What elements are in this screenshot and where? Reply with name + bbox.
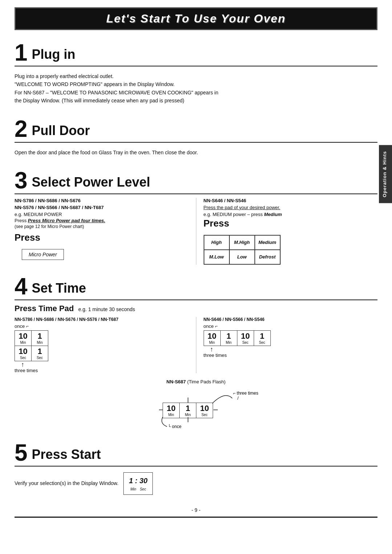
section-4-title-row: 4 Set Time [15, 275, 377, 300]
set-time-right-three-times: three times [204, 353, 378, 358]
press-time-pad-eg: e.g. 1 minute 30 seconds [78, 306, 135, 312]
section-3-left: NN-S786 / NN-S686 / NN-S676 NN-S576 / NN… [15, 198, 196, 265]
section-1-line-3: For NN-S687 – "WELCOME TO PANASONIC MICR… [15, 89, 377, 97]
power-button-grid: High M.High Medium M.Low Low Defrost [204, 235, 281, 265]
section-2: 2 Pull Door Open the door and place the … [15, 117, 377, 159]
set-time-content: NN-S786 / NN-S686 / NN-S676 / NN-S576 / … [15, 317, 377, 373]
power-btn-low[interactable]: Low [229, 250, 255, 264]
section-5-verify: Verify your selection(s) in the Display … [15, 480, 118, 486]
section-3-number: 3 [15, 169, 28, 192]
section-2-line: Open the door and place the food on Glas… [15, 148, 377, 156]
section-3-instruction-underline: Press the pad of your desired power. [204, 205, 281, 210]
nn687-label: NN-S687 (Time Pads Flash) [15, 379, 377, 384]
side-tab: Operation & Hints [379, 145, 392, 203]
power-btn-defrost[interactable]: Defrost [255, 250, 280, 264]
svg-text:└ once: └ once [168, 424, 181, 429]
set-time-right-pads: 10Min 1Min 10Sec 1Sec [204, 330, 271, 346]
section-3-left-eg: e.g. MEDIUM POWER [15, 212, 189, 217]
time-pad-10sec[interactable]: 10Sec [15, 346, 32, 361]
time-pad-10min[interactable]: 10Min [15, 330, 32, 346]
time-pad-1min[interactable]: 1Min [32, 330, 48, 346]
section-3-left-models2: NN-S576 / NN-S566 / NN-S687 / NN-T687 [15, 205, 189, 210]
section-4-title: Set Time [32, 281, 86, 296]
set-time-right: NN-S646 / NN-S566 / NN-S546 once ⌐ 10Min… [196, 317, 378, 373]
section-4: 4 Set Time Press Time Pad e.g. 1 minute … [15, 275, 377, 431]
nn687-model-bold: NN-S687 [167, 379, 186, 384]
section-5-title: Press Start [32, 447, 101, 462]
section-4-number: 4 [15, 275, 28, 298]
section-5-number: 5 [15, 441, 28, 464]
display-unit-row: Min Sec [129, 486, 147, 492]
display-min-label: Min [130, 486, 136, 492]
section-3-content: NN-S786 / NN-S686 / NN-S676 NN-S576 / NN… [15, 198, 377, 265]
section-5: 5 Press Start Verify your selection(s) i… [15, 441, 377, 497]
section-3-left-press-label: Press [15, 232, 189, 243]
nn687-diagram: ⌐ three times / └ once 10Min [138, 387, 254, 431]
time-pad-r-1min[interactable]: 1Min [220, 330, 237, 346]
section-3-left-press: Press Press Micro Power pad four times. [15, 218, 189, 223]
section-2-number: 2 [15, 117, 28, 140]
power-btn-medium[interactable]: Medium [255, 235, 280, 250]
set-time-left: NN-S786 / NN-S686 / NN-S676 / NN-S576 / … [15, 317, 196, 373]
power-btn-mhigh[interactable]: M.High [229, 235, 255, 250]
header-banner: Let's Start To Use Your Oven [15, 7, 377, 30]
section-1-line-2: "WELCOME TO WORD PROMPTING" appears in t… [15, 80, 377, 88]
section-3-micro-power-text: Press Micro Power pad four times. [28, 218, 105, 223]
set-time-right-once: once ⌐ [204, 323, 378, 329]
time-pad-r-1sec[interactable]: 1Sec [254, 330, 270, 346]
display-sec-label: Sec [140, 486, 146, 492]
bottom-line [15, 517, 377, 518]
svg-text:⌐ three times: ⌐ three times [233, 391, 258, 396]
time-pad-r-10sec[interactable]: 10Sec [237, 330, 254, 346]
section-2-body: Open the door and place the food on Glas… [15, 146, 377, 159]
section-3-right-models: NN-S646 / NN-S546 [204, 198, 378, 203]
micro-power-button[interactable]: Micro Power [22, 249, 64, 260]
section-2-title-row: 2 Pull Door [15, 117, 377, 143]
press-time-pad-row: Press Time Pad e.g. 1 minute 30 seconds [15, 304, 377, 313]
section-3-right-eg: e.g. MEDIUM power – press Medium [204, 212, 378, 217]
section-3-right-instruction: Press the pad of your desired power. [204, 205, 378, 210]
section-1-line-4: the Display Window. (This will immediate… [15, 97, 377, 105]
section-3: 3 Select Power Level NN-S786 / NN-S686 /… [15, 169, 377, 265]
section-3-right-press-label: Press [204, 218, 378, 229]
section-3-right: NN-S646 / NN-S546 Press the pad of your … [196, 198, 378, 265]
set-time-left-three-times: three times [15, 368, 189, 373]
section-3-see-page: (see page 12 for Micro Power chart) [15, 224, 189, 229]
time-pad-1sec[interactable]: 1Sec [32, 346, 48, 361]
nn687-pads: 10Min 1Min 10Sec [163, 403, 213, 418]
nn687-pad-10sec[interactable]: 10Sec [196, 403, 213, 418]
nn687-paren: (Time Pads Flash) [187, 379, 226, 384]
display-time-value: 1 : 30 [129, 475, 147, 486]
set-time-left-models: NN-S786 / NN-S686 / NN-S676 / NN-S576 / … [15, 317, 189, 322]
section-5-title-row: 5 Press Start [15, 441, 377, 467]
section-1-title: Plug in [32, 47, 75, 62]
set-time-left-once: once ⌐ [15, 323, 189, 329]
header-title: Let's Start To Use Your Oven [23, 12, 369, 25]
section-1-line-1: Plug into a properly earthed electrical … [15, 72, 377, 80]
display-time: 1 : 30 [129, 475, 147, 486]
nn687-pad-10min[interactable]: 10Min [163, 403, 180, 418]
section-3-title: Select Power Level [32, 175, 150, 190]
time-pad-r-10min[interactable]: 10Min [204, 330, 220, 346]
nn687-pad-1min[interactable]: 1Min [180, 403, 196, 418]
section-1-number: 1 [15, 41, 28, 64]
nn687-section: NN-S687 (Time Pads Flash) ⌐ three times … [15, 379, 377, 431]
display-window-box: 1 : 30 Min Sec [123, 472, 153, 495]
section-1: 1 Plug in Plug into a properly earthed e… [15, 41, 377, 107]
svg-text:/: / [237, 396, 239, 401]
section-5-body: Verify your selection(s) in the Display … [15, 470, 377, 497]
power-btn-mlow[interactable]: M.Low [204, 250, 229, 264]
page-number: - 9 - [15, 507, 377, 513]
section-3-title-row: 3 Select Power Level [15, 169, 377, 194]
section-1-body: Plug into a properly earthed electrical … [15, 70, 377, 107]
section-1-title-row: 1 Plug in [15, 41, 377, 66]
press-time-pad-heading: Press Time Pad [15, 304, 74, 313]
section-3-left-models: NN-S786 / NN-S686 / NN-S676 [15, 198, 189, 203]
set-time-right-models: NN-S646 / NN-S566 / NN-S546 [204, 317, 378, 322]
set-time-left-pads: 10Min 1Min 10Sec 1Sec [15, 330, 48, 361]
section-2-title: Pull Door [32, 123, 90, 138]
power-btn-high[interactable]: High [204, 235, 229, 250]
